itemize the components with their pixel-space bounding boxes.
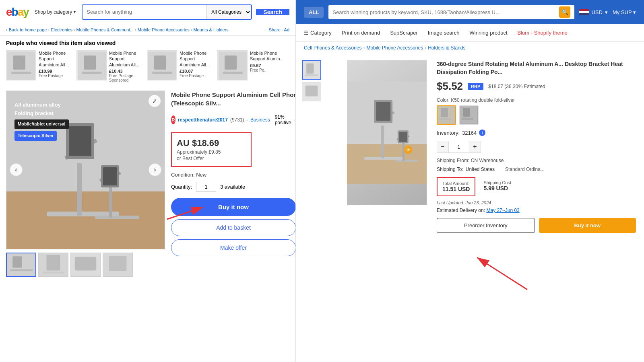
seller-dot: · [247,117,248,123]
viewed-item-postage: Free Postage [180,74,213,78]
back-arrow-icon: ‹ [6,27,8,32]
nav-item-pod[interactable]: Print on demand [342,25,380,41]
thumbnail-4[interactable] [103,253,133,277]
next-image-button[interactable]: › [149,163,161,176]
account-menu[interactable]: My SUP ▾ [613,9,636,15]
breadcrumb-holders[interactable]: Holders & Stands [428,45,465,51]
sup-thumbnail-1[interactable] [302,60,321,80]
svg-rect-8 [152,72,172,74]
viewed-item-title[interactable]: Mobile Phone Support Aluminium All... [39,50,72,68]
seller-badge: R [171,115,175,124]
color-section: Color: K50 rotating double fold-silver [437,97,636,125]
delivery-dates[interactable]: May 27~Jun 03 [486,208,519,213]
condition-value: New [196,172,206,178]
viewed-item-title[interactable]: Mobile Phone Support Aluminium All... [180,50,213,68]
svg-rect-1 [13,56,25,70]
svg-text:⟳: ⟳ [407,148,410,152]
sup-thumbnail-2[interactable] [302,82,321,101]
qty-decrease-button[interactable]: − [437,141,449,153]
nav-label: Print on demand [342,30,380,36]
product-image-bg: All aluminum alloy Folding bracket Mobil… [6,91,165,249]
breadcrumb-mounts[interactable]: Mounts & Holders [193,27,228,32]
sup-search-bar: 🔍 [328,5,574,19]
product-image-container: All aluminum alloy Folding bracket Mobil… [6,90,165,277]
svg-rect-45 [376,102,390,121]
svg-rect-23 [103,167,117,185]
viewed-item-image[interactable] [147,50,177,80]
viewed-item-title[interactable]: Mobile Phone Support Aluminium All... [109,50,143,68]
preorder-inventory-button[interactable]: Preorder Inventory [437,218,535,233]
product-info: Mobile Phone Support Aluminium Cell Phon… [165,90,296,277]
make-offer-button[interactable]: Make offer [171,239,296,256]
quantity-input[interactable] [196,182,216,192]
sup-search-input[interactable] [332,9,556,15]
svg-rect-2 [11,72,31,74]
nav-item-supscraper[interactable]: SupScraper [390,25,418,41]
viewed-item-image[interactable] [76,50,107,80]
nav-item-image-search[interactable]: Image search [428,25,460,41]
breadcrumb-mobile-acc[interactable]: Mobile Phone Accessories [366,45,423,51]
delivery-label: Estimated Delivery on: [437,208,485,213]
viewed-item-title[interactable]: Mobile Phone Support Alumin... [250,50,284,62]
sup-breadcrumb: Cell Phones & Accessories › Mobile Phone… [296,42,644,54]
action-buttons: Preorder Inventory Buy it now [437,218,636,233]
svg-rect-20 [109,183,112,218]
svg-rect-11 [223,72,243,74]
nav-item-blum[interactable]: Blum - Shopify theme [518,25,568,41]
sup-product-images: ⟳ [296,54,433,357]
currency-selector[interactable]: USD ▾ [579,9,607,15]
add-to-basket-button[interactable]: Add to basket [171,219,296,236]
thumbnail-1[interactable] [6,253,36,277]
seller-name[interactable]: respectthenature2017 [178,117,228,123]
viewed-item-postage: Free Postage [39,74,72,78]
overlay-line2: Folding bracket [14,109,69,118]
sup-buy-now-button[interactable]: Buy it now [539,218,636,233]
price-box: AU $18.69 Approximately £9.85 or Best Of… [171,132,252,167]
breadcrumb-home[interactable]: Back to home page [9,27,47,32]
color-option-1[interactable] [437,105,456,125]
seller-business-link[interactable]: Business [250,117,270,123]
expand-button[interactable]: ⤢ [149,95,161,107]
info-icon[interactable]: i [479,130,485,136]
sup-all-button[interactable]: ALL [304,7,324,18]
shipping-to-row: Shipping To: United States Standard Ordi… [437,167,636,172]
chevron-down-icon: ▾ [74,10,76,14]
share-link[interactable]: Share · Ad [269,27,289,32]
best-offer-text: or Best Offer [177,156,246,161]
nav-item-winning[interactable]: Winning product [470,25,508,41]
quantity-row: Quantity: 3 available [171,182,296,192]
available-count: 3 available [220,184,245,190]
price-amount: AU $18.69 [177,138,246,148]
total-label: Total Amount: [442,181,470,186]
ebay-search-button[interactable]: Search [256,9,289,15]
thumbnail-3[interactable] [70,253,101,277]
search-input[interactable] [83,5,206,19]
svg-rect-35 [306,64,314,74]
shop-category-button[interactable]: Shop by category ▾ [33,7,78,17]
viewed-item-image[interactable] [217,50,248,80]
viewed-item-image[interactable] [6,50,36,80]
buy-now-button[interactable]: Buy it now [171,198,296,216]
shipping-cost-label: Shipping Cost: [483,180,512,185]
svg-rect-7 [154,56,166,70]
breadcrumb-cell-phones[interactable]: Cell Phones & Accessories [304,45,361,51]
search-icon[interactable]: 🔍 [559,6,570,18]
ebay-logo[interactable]: ebay [6,6,29,19]
qty-increase-button[interactable]: + [469,141,481,153]
nav-label: SupScraper [390,30,418,36]
breadcrumb-mobile[interactable]: Mobile Phones & Communi... [76,27,134,32]
chevron-down-icon: ▾ [633,9,636,15]
shipping-cost-info: Shipping Cost: 5.99 USD [483,177,512,196]
list-item: Mobile Phone Support Aluminium All... £1… [6,50,72,82]
nav-item-category[interactable]: ☰ Category [304,25,332,41]
prev-image-button[interactable]: ‹ [10,163,23,176]
thumbnail-2[interactable] [38,253,68,277]
breadcrumb-accessories[interactable]: Mobile Phone Accessories [138,27,190,32]
color-options [437,105,636,125]
category-select[interactable]: All Categories [206,5,251,19]
color-option-2[interactable] [459,105,479,125]
total-box: Total Amount: 11.51 USD [437,177,475,196]
breadcrumb-electronics[interactable]: Electronics [51,27,72,32]
svg-rect-57 [463,108,470,117]
chevron-down-icon: ▾ [605,9,608,15]
